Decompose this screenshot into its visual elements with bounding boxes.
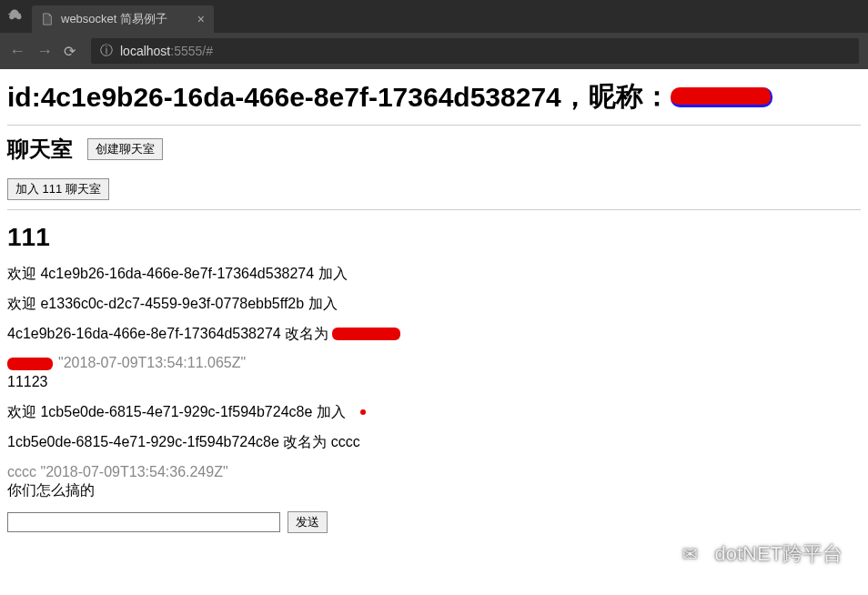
rename-redacted xyxy=(332,328,400,340)
chat-timestamp: "2018-07-09T13:54:11.065Z" xyxy=(7,354,861,373)
chatroom-heading-row: 聊天室 创建聊天室 xyxy=(7,135,861,164)
divider xyxy=(7,125,861,126)
chat-message-body: 11123 xyxy=(7,373,861,392)
chat-timestamp: cccc "2018-07-09T13:54:36.249Z" xyxy=(7,463,861,482)
reload-button[interactable]: ⟳ xyxy=(64,43,80,60)
watermark: ✉ dotNET跨平台 xyxy=(674,539,843,570)
watermark-text: dotNET跨平台 xyxy=(714,540,843,568)
divider xyxy=(7,209,861,210)
tab-bar: websocket 简易例子 × xyxy=(0,0,868,33)
chat-message-rename: 1cb5e0de-6815-4e71-929c-1f594b724c8e 改名为… xyxy=(7,433,861,452)
wechat-icon: ✉ xyxy=(674,539,705,570)
chat-message-body: 你们怎么搞的 xyxy=(7,481,861,500)
send-button[interactable]: 发送 xyxy=(288,511,328,533)
back-button[interactable]: ← xyxy=(9,42,25,61)
join-room-button[interactable]: 加入 111 聊天室 xyxy=(7,178,109,200)
chatroom-heading: 聊天室 xyxy=(7,135,73,164)
address-bar-row: ← → ⟳ ⓘ localhost:5555/# xyxy=(0,33,868,69)
chat-message: 欢迎 4c1e9b26-16da-466e-8e7f-17364d538274 … xyxy=(7,265,861,284)
site-info-icon[interactable]: ⓘ xyxy=(100,43,113,59)
id-prefix: id: xyxy=(7,82,41,113)
separator: ， xyxy=(561,78,589,116)
red-dot-indicator xyxy=(360,409,366,415)
compose-row: 发送 xyxy=(7,511,861,533)
incognito-icon xyxy=(5,7,24,25)
chat-message-rename: 4c1e9b26-16da-466e-8e7f-17364d538274 改名为 xyxy=(7,325,861,344)
create-room-button[interactable]: 创建聊天室 xyxy=(87,138,163,160)
nickname-label: 昵称： xyxy=(589,78,671,116)
message-input[interactable] xyxy=(7,512,280,532)
page-content: id: 4c1e9b26-16da-466e-8e7f-17364d538274… xyxy=(0,69,868,539)
join-room-row: 加入 111 聊天室 xyxy=(7,178,861,200)
url-port: :5555/# xyxy=(170,44,213,58)
url-host: localhost xyxy=(120,44,170,58)
nickname-redacted xyxy=(671,87,772,107)
page-icon xyxy=(41,13,54,25)
browser-tab[interactable]: websocket 简易例子 × xyxy=(32,5,214,33)
browser-chrome: websocket 简易例子 × ← → ⟳ ⓘ localhost:5555/… xyxy=(0,0,868,69)
forward-button: → xyxy=(36,42,53,61)
address-bar[interactable]: ⓘ localhost:5555/# xyxy=(91,38,859,64)
close-icon[interactable]: × xyxy=(197,13,205,25)
chat-message: 欢迎 e1336c0c-d2c7-4559-9e3f-0778ebb5ff2b … xyxy=(7,295,861,314)
id-value: 4c1e9b26-16da-466e-8e7f-17364d538274 xyxy=(41,82,561,113)
tab-title: websocket 简易例子 xyxy=(61,11,167,27)
room-name-heading: 111 xyxy=(7,223,861,252)
page-header: id: 4c1e9b26-16da-466e-8e7f-17364d538274… xyxy=(7,78,861,116)
name-redacted xyxy=(7,358,53,370)
chat-message: 欢迎 1cb5e0de-6815-4e71-929c-1f594b724c8e … xyxy=(7,403,861,422)
